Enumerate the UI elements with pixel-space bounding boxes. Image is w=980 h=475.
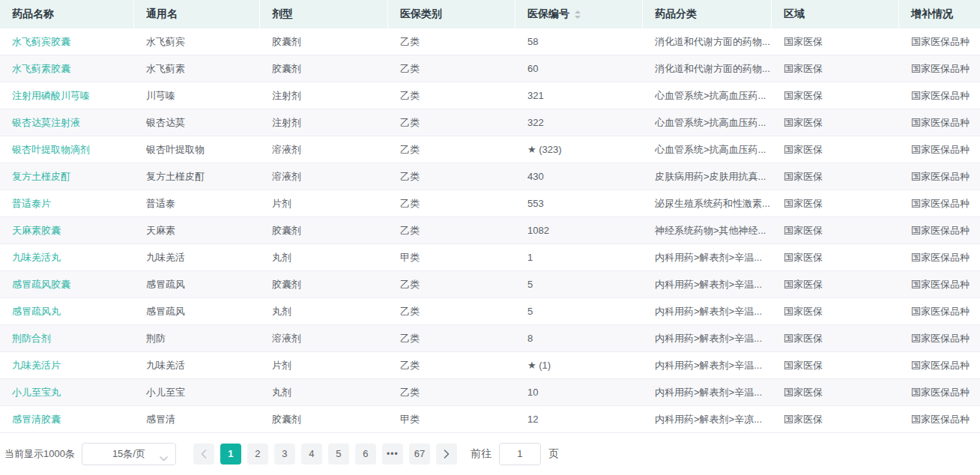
- drug-name-link[interactable]: 银杏达莫注射液: [12, 117, 80, 128]
- goto-page-input[interactable]: [499, 443, 541, 465]
- column-header-dosage-form: 剂型: [260, 0, 388, 28]
- cell-name: 感冒清胶囊: [0, 406, 134, 432]
- cell-insurance-category: 乙类: [388, 136, 515, 163]
- cell-region: 国家医保: [772, 136, 899, 163]
- cell-region: 国家医保: [772, 271, 899, 297]
- column-label: 药品名称: [12, 7, 54, 21]
- cell-supplement-status: 国家医保品种: [899, 163, 980, 190]
- drug-name-link[interactable]: 感冒疏风丸: [12, 306, 61, 317]
- table-row: 水飞蓟宾胶囊水飞蓟宾胶囊剂乙类58消化道和代谢方面的药物...国家医保国家医保品…: [0, 28, 980, 55]
- cell-insurance-number: 10: [515, 379, 643, 405]
- cell-supplement-status: 国家医保品种: [899, 55, 980, 82]
- drug-name-link[interactable]: 天麻素胶囊: [12, 225, 61, 236]
- cell-insurance-category: 乙类: [388, 271, 515, 297]
- cell-dosage-form: 注射剂: [260, 82, 388, 109]
- cell-supplement-status: 国家医保品种: [899, 271, 980, 297]
- pagination-bar: 当前显示1000条 15条/页 123456•••67 前往 页: [0, 433, 980, 474]
- cell-insurance-number: 8: [515, 325, 643, 351]
- cell-classification: 内科用药>解表剂>辛温...: [643, 325, 772, 351]
- next-page-button[interactable]: [436, 444, 457, 465]
- drug-name-link[interactable]: 复方土槿皮酊: [12, 171, 70, 182]
- cell-supplement-status: 国家医保品种: [899, 136, 980, 163]
- cell-insurance-number: 5: [515, 298, 643, 324]
- cell-region: 国家医保: [772, 109, 899, 136]
- cell-name: 感冒疏风丸: [0, 298, 134, 324]
- cell-name: 水飞蓟素胶囊: [0, 55, 134, 82]
- drug-name-link[interactable]: 九味羌活片: [12, 360, 61, 371]
- cell-name: 银杏叶提取物滴剂: [0, 136, 134, 163]
- page-button-3[interactable]: 3: [274, 444, 295, 465]
- page-button-2[interactable]: 2: [247, 444, 268, 465]
- cell-dosage-form: 片剂: [260, 352, 388, 378]
- drug-table: 药品名称通用名剂型医保类别医保编号药品分类区域增补情况 水飞蓟宾胶囊水飞蓟宾胶囊…: [0, 0, 980, 433]
- cell-region: 国家医保: [772, 406, 899, 432]
- table-row: 感冒清胶囊感冒清胶囊剂甲类12内科用药>解表剂>辛凉...国家医保国家医保品种: [0, 406, 980, 433]
- column-header-name: 药品名称: [0, 0, 134, 28]
- drug-name-link[interactable]: 感冒清胶囊: [12, 414, 61, 425]
- cell-dosage-form: 胶囊剂: [260, 217, 388, 243]
- column-label: 药品分类: [655, 7, 697, 21]
- cell-name: 注射用磷酸川芎嗪: [0, 82, 134, 109]
- drug-name-link[interactable]: 感冒疏风胶囊: [12, 279, 70, 290]
- more-pages-button[interactable]: •••: [382, 444, 403, 465]
- cell-classification: 内科用药>解表剂>辛凉...: [643, 406, 772, 432]
- table-row: 感冒疏风丸感冒疏风丸剂乙类5内科用药>解表剂>辛温...国家医保国家医保品种: [0, 298, 980, 325]
- cell-classification: 消化道和代谢方面的药物...: [643, 28, 772, 55]
- table-body: 水飞蓟宾胶囊水飞蓟宾胶囊剂乙类58消化道和代谢方面的药物...国家医保国家医保品…: [0, 28, 980, 433]
- cell-generic-name: 普适泰: [134, 190, 260, 217]
- cell-insurance-category: 乙类: [388, 109, 515, 136]
- sort-caret-icon[interactable]: [575, 10, 581, 19]
- cell-generic-name: 感冒疏风: [134, 271, 260, 297]
- cell-name: 复方土槿皮酊: [0, 163, 134, 190]
- cell-dosage-form: 丸剂: [260, 298, 388, 324]
- drug-name-link[interactable]: 普适泰片: [12, 198, 51, 209]
- table-row: 荆防合剂荆防溶液剂乙类8内科用药>解表剂>辛温...国家医保国家医保品种: [0, 325, 980, 352]
- table-row: 九味羌活片九味羌活片剂乙类★ (1)内科用药>解表剂>辛温...国家医保国家医保…: [0, 352, 980, 379]
- drug-name-link[interactable]: 水飞蓟宾胶囊: [12, 36, 70, 47]
- page-button-4[interactable]: 4: [301, 444, 322, 465]
- drug-name-link[interactable]: 银杏叶提取物滴剂: [12, 144, 90, 155]
- column-label: 区域: [784, 7, 805, 21]
- cell-generic-name: 川芎嗪: [134, 82, 260, 109]
- cell-insurance-category: 乙类: [388, 379, 515, 405]
- cell-dosage-form: 胶囊剂: [260, 55, 388, 82]
- table-row: 普适泰片普适泰片剂乙类553泌尿生殖系统药和性激素...国家医保国家医保品种: [0, 190, 980, 217]
- cell-dosage-form: 胶囊剂: [260, 28, 388, 55]
- drug-name-link[interactable]: 注射用磷酸川芎嗪: [12, 90, 90, 101]
- cell-insurance-number: ★ (1): [515, 352, 643, 378]
- page-button-67[interactable]: 67: [409, 444, 430, 465]
- prev-page-button[interactable]: [193, 444, 214, 465]
- cell-classification: 内科用药>解表剂>辛温...: [643, 352, 772, 378]
- cell-insurance-category: 乙类: [388, 298, 515, 324]
- cell-dosage-form: 注射剂: [260, 109, 388, 136]
- drug-name-link[interactable]: 荆防合剂: [12, 333, 51, 344]
- cell-classification: 内科用药>解表剂>辛温...: [643, 244, 772, 270]
- page-button-5[interactable]: 5: [328, 444, 349, 465]
- page-size-select[interactable]: 15条/页: [82, 443, 176, 465]
- pager-pages: 123456•••67: [217, 444, 433, 465]
- drug-name-link[interactable]: 水飞蓟素胶囊: [12, 63, 70, 74]
- chevron-down-icon: [160, 453, 168, 464]
- page-button-6[interactable]: 6: [355, 444, 376, 465]
- cell-region: 国家医保: [772, 244, 899, 270]
- column-header-insurance-number[interactable]: 医保编号: [515, 0, 643, 28]
- cell-generic-name: 感冒清: [134, 406, 260, 432]
- drug-name-link[interactable]: 小儿至宝丸: [12, 387, 61, 398]
- cell-classification: 心血管系统>抗高血压药...: [643, 82, 772, 109]
- cell-supplement-status: 国家医保品种: [899, 82, 980, 109]
- column-header-insurance-category: 医保类别: [388, 0, 515, 28]
- table-row: 水飞蓟素胶囊水飞蓟素胶囊剂乙类60消化道和代谢方面的药物...国家医保国家医保品…: [0, 55, 980, 82]
- column-header-supplement-status: 增补情况: [899, 0, 980, 28]
- drug-name-link[interactable]: 九味羌活丸: [12, 252, 61, 263]
- cell-insurance-number: ★ (323): [515, 136, 643, 163]
- cell-generic-name: 银杏达莫: [134, 109, 260, 136]
- cell-classification: 皮肤病用药>皮肤用抗真...: [643, 163, 772, 190]
- cell-supplement-status: 国家医保品种: [899, 244, 980, 270]
- cell-insurance-category: 乙类: [388, 217, 515, 243]
- page-button-1[interactable]: 1: [220, 444, 241, 465]
- cell-generic-name: 复方土槿皮酊: [134, 163, 260, 190]
- cell-generic-name: 九味羌活: [134, 244, 260, 270]
- cell-classification: 泌尿生殖系统药和性激素...: [643, 190, 772, 217]
- cell-name: 九味羌活丸: [0, 244, 134, 270]
- cell-supplement-status: 国家医保品种: [899, 325, 980, 351]
